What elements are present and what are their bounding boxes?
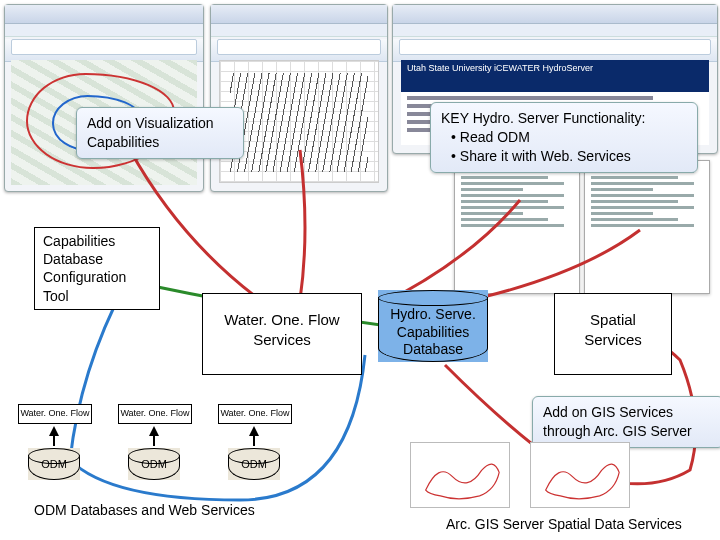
text-line: Database [43, 250, 151, 268]
text-line: Water. One. Flow [203, 310, 361, 330]
text-line: Services [555, 330, 671, 350]
wof-label-3: Water. One. Flow [218, 404, 292, 424]
callout-title: KEY Hydro. Server Functionality: [441, 109, 687, 128]
toolbar [211, 39, 387, 62]
arrow-up [149, 426, 159, 436]
text-line: Services [203, 330, 361, 350]
tabstrip [393, 24, 717, 37]
url-bar [399, 39, 711, 55]
callout-addon-gis: Add on GIS Services through Arc. GIS Ser… [532, 396, 720, 448]
callout-key-functionality: KEY Hydro. Server Functionality: • Read … [430, 102, 698, 173]
odm-label: ODM [228, 458, 280, 470]
tabstrip [211, 24, 387, 37]
box-spatial-services: Spatial Services [554, 293, 672, 375]
box-capabilities-tool: Capabilities Database Configuration Tool [34, 227, 160, 310]
doc-window-2 [584, 160, 710, 294]
callout-bullet: Read ODM [460, 129, 530, 145]
text-line: Spatial [555, 310, 671, 330]
odm-label: ODM [28, 458, 80, 470]
url-bar [11, 39, 197, 55]
odm-label: ODM [128, 458, 180, 470]
wof-label-2: Water. One. Flow [118, 404, 192, 424]
text-line: Configuration [43, 268, 151, 286]
callout-line: Add on GIS Services [543, 403, 713, 422]
caption-odm-databases: ODM Databases and Web Services [34, 502, 255, 518]
callout-line: through Arc. GIS Server [543, 422, 713, 441]
window-title [5, 5, 203, 24]
window-chart-browser [210, 4, 388, 192]
arrow-up [49, 426, 59, 436]
callout-text: Add on Visualization Capabilities [87, 115, 214, 150]
callout-bullet: Share it with Web. Services [460, 148, 631, 164]
toolbar [5, 39, 203, 62]
window-title [393, 5, 717, 24]
window-map-browser [4, 4, 204, 192]
box-wateroneflow-services: Water. One. Flow Services [202, 293, 362, 375]
arrow-up [249, 426, 259, 436]
page-banner: Utah State University iCEWATER HydroServ… [401, 60, 709, 92]
tabstrip [5, 24, 203, 37]
gis-thumbnail-2 [530, 442, 630, 508]
callout-addon-visualization: Add on Visualization Capabilities [76, 107, 244, 159]
window-title [211, 5, 387, 24]
url-bar [217, 39, 381, 55]
db-label: Hydro. Serve. Capabilities Database [378, 306, 488, 359]
wof-label-1: Water. One. Flow [18, 404, 92, 424]
gis-thumbnail-1 [410, 442, 510, 508]
text-line: Capabilities [43, 232, 151, 250]
text-line: Tool [43, 287, 151, 305]
caption-arcgis-spatial: Arc. GIS Server Spatial Data Services [446, 516, 682, 532]
toolbar [393, 39, 717, 62]
doc-window-1 [454, 160, 580, 294]
